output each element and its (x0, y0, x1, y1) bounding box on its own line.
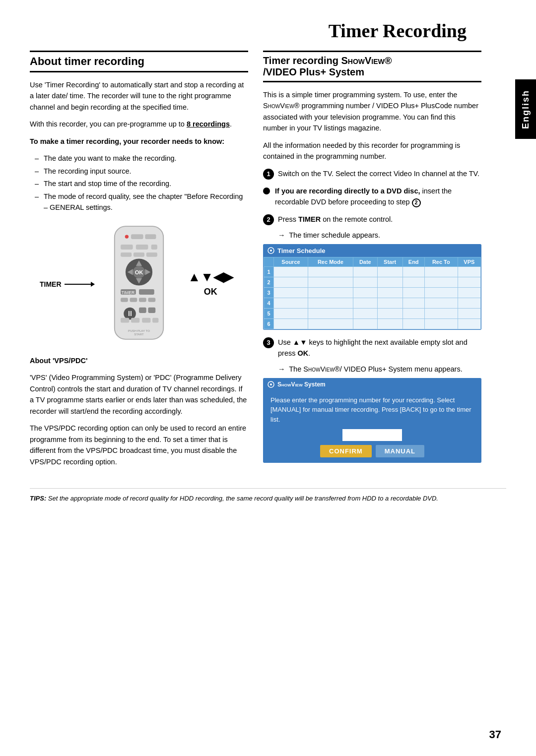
svg-rect-26 (139, 308, 146, 313)
recordings-bold: 8 recordings (187, 120, 230, 128)
page: Timer Recording English About timer reco… (0, 0, 536, 756)
step-num-3: 3 (263, 337, 274, 348)
timer-table-th-source: Source (274, 257, 308, 266)
timer-table-th-start: Start (377, 257, 402, 266)
showview-header-text: ShowView System (277, 381, 326, 388)
svg-point-37 (270, 383, 272, 385)
showview-disc-icon (268, 381, 274, 388)
bullet-list: The date you want to make the recording.… (35, 153, 248, 213)
left-column: About timer recording Use 'Timer Recordi… (30, 51, 248, 473)
svg-text:START: START (134, 332, 144, 336)
step-2-arrow-note: → The timer schedule appears. (278, 231, 481, 239)
svg-text:TIMER: TIMER (121, 290, 134, 295)
svg-rect-8 (134, 252, 144, 257)
table-row: 6 (264, 318, 481, 329)
svg-rect-9 (146, 252, 157, 257)
svg-point-1 (125, 235, 129, 238)
about-vps-title: About 'VPS/PDC' (30, 355, 248, 366)
page-title: Timer Recording (30, 20, 506, 42)
table-row: 3 (264, 287, 481, 298)
intro-text: Use 'Timer Recording' to automatically s… (30, 79, 248, 113)
svg-point-35 (270, 250, 272, 252)
timer-disc-icon (268, 247, 274, 254)
step-num-1: 1 (263, 169, 274, 180)
step-num-2: 2 (263, 214, 274, 225)
svg-rect-4 (121, 245, 133, 250)
confirm-button[interactable]: CONFIRM (320, 445, 372, 457)
step-1: 1 Switch on the TV. Select the correct V… (263, 168, 481, 180)
table-row: 2 (264, 277, 481, 287)
table-row: 1 (264, 266, 481, 277)
timer-table-th-empty (264, 257, 274, 266)
svg-rect-27 (148, 308, 155, 313)
page-number: 37 (489, 728, 501, 741)
svg-rect-28 (121, 317, 129, 322)
left-section-title: About timer recording (30, 51, 248, 72)
vps-para2: The VPS/PDC recording option can only be… (30, 423, 248, 467)
timer-table-th-vps: VPS (458, 257, 480, 266)
manual-button[interactable]: MANUAL (376, 445, 424, 457)
step-3: 3 Use ▲▼ keys to highlight the next avai… (263, 337, 481, 359)
showview-box-header: ShowView System (264, 378, 481, 390)
svg-rect-21 (130, 298, 137, 302)
remote-area: TIMER (30, 223, 248, 345)
timer-label: TIMER (40, 280, 94, 288)
step-1-content: Switch on the TV. Select the correct Vid… (278, 168, 481, 179)
main-columns: About timer recording Use 'Timer Recordi… (30, 51, 506, 473)
timer-table-th-recmode: Rec Mode (308, 257, 353, 266)
tips-section: TIPS: Set the appropriate mode of record… (30, 488, 506, 504)
list-item: The recording input source. (35, 166, 248, 177)
showview-input-field[interactable] (342, 429, 402, 441)
right-intro2: All the information needed by this recor… (263, 140, 481, 162)
remote-control-svg: OK TIMER ⏸ (99, 223, 179, 345)
svg-rect-2 (131, 234, 143, 239)
step-3-content: Use ▲▼ keys to highlight the next availa… (278, 337, 481, 359)
table-row: 4 (264, 298, 481, 308)
svg-text:OK: OK (135, 269, 143, 275)
svg-rect-6 (151, 245, 157, 250)
timer-arrow (65, 284, 94, 285)
step-2-content: Press TIMER on the remote control. (278, 214, 481, 225)
svg-rect-22 (139, 298, 146, 302)
svg-text:⏸: ⏸ (126, 310, 134, 317)
showview-system-box: ShowView System Please enter the program… (263, 378, 481, 463)
svg-rect-31 (152, 317, 158, 322)
timer-schedule-box: Timer Schedule Source Rec Mode Date Star… (263, 244, 481, 330)
vps-para1: 'VPS' (Video Programming System) or 'PDC… (30, 372, 248, 417)
timer-table-th-end: End (402, 257, 424, 266)
showview-box-body: Please enter the programming number for … (264, 390, 481, 463)
timer-table: Source Rec Mode Date Start End Rec To VP… (264, 257, 481, 329)
bullet-step-dvd: If you are recording directly to a DVD d… (263, 186, 481, 208)
svg-rect-5 (136, 245, 148, 250)
timer-schedule-header: Timer Schedule (264, 245, 481, 257)
english-tab: English (515, 79, 536, 139)
list-item: The mode of record quality, see the chap… (35, 191, 248, 213)
svg-rect-7 (121, 252, 132, 257)
bullet-step-content: If you are recording directly to a DVD d… (275, 186, 481, 208)
pre-programme-text: With this recorder, you can pre-programm… (30, 119, 248, 129)
table-row: 5 (264, 308, 481, 318)
ok-arrows-label: ▲▼◀▶ OK (188, 270, 233, 299)
timer-table-th-date: Date (353, 257, 377, 266)
step-2: 2 Press TIMER on the remote control. (263, 214, 481, 225)
list-item: The start and stop time of the recording… (35, 178, 248, 189)
svg-rect-3 (145, 234, 156, 239)
right-intro1: This is a simple timer programming syste… (263, 89, 481, 134)
svg-rect-19 (139, 289, 154, 295)
svg-text:PUSH PLAY TO: PUSH PLAY TO (128, 329, 150, 332)
tips-label: TIPS: (30, 495, 46, 502)
right-column: Timer recording ShowView®/VIDEO Plus+ Sy… (263, 51, 481, 473)
svg-rect-20 (121, 298, 128, 302)
needs-to-know-title: To make a timer recording, your recorder… (30, 136, 248, 147)
showview-input-row (270, 429, 474, 441)
svg-rect-23 (148, 298, 155, 302)
svg-rect-30 (142, 317, 150, 322)
right-section-title: Timer recording ShowView®/VIDEO Plus+ Sy… (263, 51, 481, 82)
timer-table-th-recto: Rec To (424, 257, 458, 266)
bullet-dot (263, 188, 270, 194)
step-3-arrow-note: → The ShowView®/ VIDEO Plus+ System menu… (278, 365, 481, 373)
tips-text: Set the appropriate mode of record quali… (48, 495, 438, 502)
svg-rect-29 (131, 317, 139, 322)
showview-buttons: CONFIRM MANUAL (270, 445, 474, 457)
list-item: The date you want to make the recording. (35, 153, 248, 164)
